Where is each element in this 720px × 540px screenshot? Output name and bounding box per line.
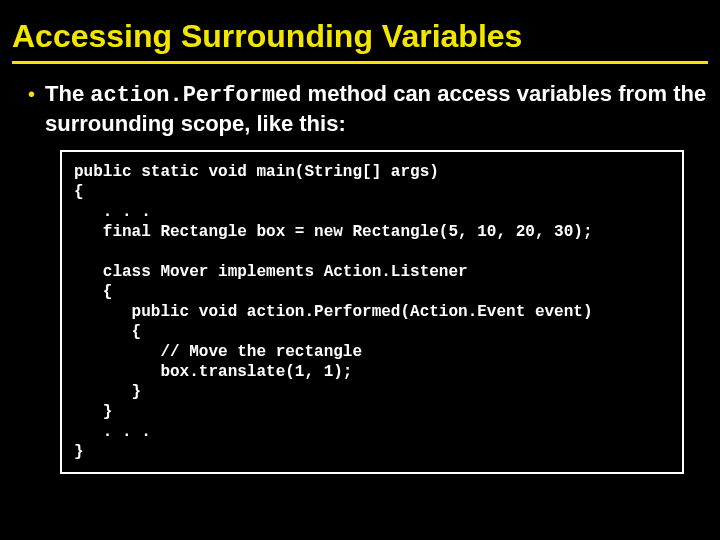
bullet-text: The action.Performed method can access v… — [45, 80, 708, 138]
code-block: public static void main(String[] args) {… — [60, 150, 684, 474]
bullet-prefix: The — [45, 81, 90, 106]
bullet-dot-icon: • — [28, 80, 35, 108]
code-content: public static void main(String[] args) {… — [74, 162, 670, 462]
slide: Accessing Surrounding Variables • The ac… — [0, 0, 720, 540]
slide-title: Accessing Surrounding Variables — [12, 18, 708, 64]
bullet-code-token: action.Performed — [90, 83, 301, 108]
bullet-item: • The action.Performed method can access… — [12, 80, 708, 138]
